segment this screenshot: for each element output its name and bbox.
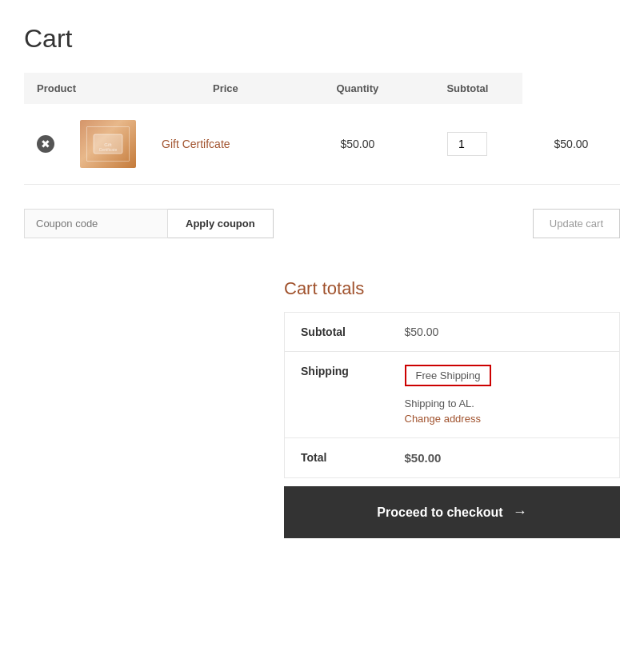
free-shipping-badge: Free Shipping [405,365,492,386]
total-label: Total [285,438,389,478]
product-image: Gift Certificate [80,120,136,168]
checkout-arrow-icon: → [513,504,527,521]
subtotal-label: Subtotal [285,313,389,352]
coupon-row: Apply coupon Update cart [24,201,620,246]
subtotal-value: $50.00 [389,313,620,352]
item-subtotal: $50.00 [522,104,620,185]
svg-rect-0 [94,134,122,154]
checkout-button[interactable]: Proceed to checkout → [284,486,620,538]
product-link[interactable]: Gift Certifcate [162,138,230,150]
shipping-row: Shipping Free Shipping Shipping to AL. C… [285,352,620,438]
shipping-to-text: Shipping to AL. [405,397,604,409]
col-header-price: Price [149,73,302,104]
change-address-link[interactable]: Change address [405,413,604,425]
apply-coupon-button[interactable]: Apply coupon [168,209,274,238]
shipping-details: Free Shipping Shipping to AL. Change add… [389,352,620,438]
update-cart-button[interactable]: Update cart [533,209,620,238]
cart-totals-section: Cart totals Subtotal $50.00 Shipping Fre… [24,278,620,538]
page-title: Cart [24,24,620,54]
cart-totals-title: Cart totals [284,278,620,299]
table-row: ✖ Gift Certificate Gift Certifcate $50.0… [24,104,620,185]
subtotal-row: Subtotal $50.00 [285,313,620,352]
coupon-input[interactable] [24,209,168,238]
svg-text:Gift: Gift [104,142,112,147]
shipping-label: Shipping [285,352,389,438]
totals-table: Subtotal $50.00 Shipping Free Shipping S… [284,312,620,478]
total-value: $50.00 [389,438,620,478]
checkout-label: Proceed to checkout [377,505,502,520]
quantity-input[interactable] [447,132,487,156]
cart-table: Product Price Quantity Subtotal ✖ Gift C… [24,73,620,185]
col-header-subtotal: Subtotal [413,73,522,104]
svg-text:Certificate: Certificate [99,147,118,152]
col-header-product: Product [24,73,149,104]
total-row: Total $50.00 [285,438,620,478]
col-header-quantity: Quantity [302,73,413,104]
item-price: $50.00 [302,104,413,185]
remove-item-button[interactable]: ✖ [37,135,54,153]
